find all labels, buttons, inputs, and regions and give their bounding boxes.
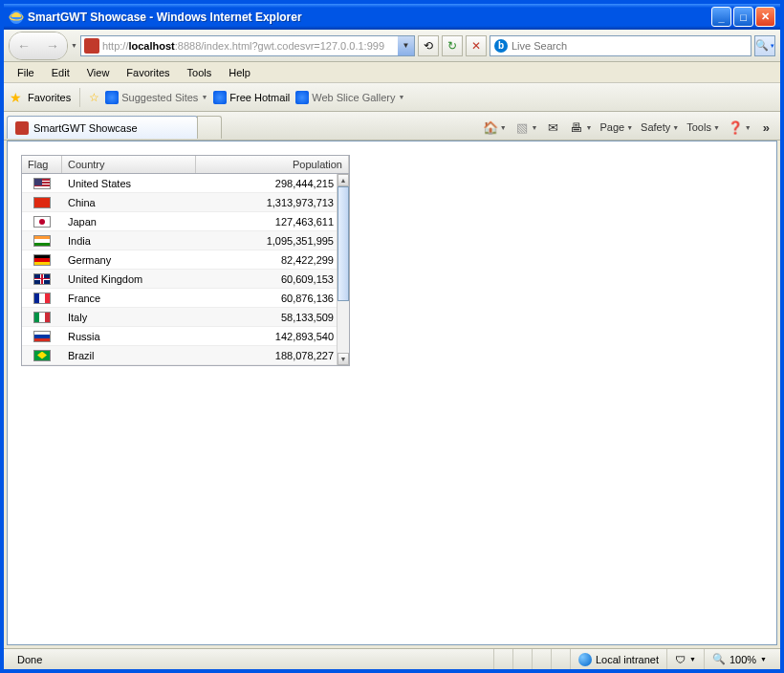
tab-bar: SmartGWT Showcase 🏠▼ ▧▼ ✉ 🖶▼ Page ▼ Safe… [4, 112, 780, 141]
nav-toolbar: ← → ▼ http://localhost:8888/index.html?g… [4, 30, 780, 62]
close-button[interactable]: ✕ [755, 7, 775, 27]
scroll-down-button[interactable]: ▼ [338, 353, 349, 365]
menu-favorites[interactable]: Favorites [119, 65, 177, 80]
menubar: File Edit View Favorites Tools Help [4, 62, 780, 83]
command-bar: 🏠▼ ▧▼ ✉ 🖶▼ Page ▼ Safety ▼ Tools ▼ ❓▼ » [483, 119, 777, 135]
cell-flag [22, 273, 62, 285]
menu-edit[interactable]: Edit [44, 65, 77, 80]
scroll-thumb[interactable] [338, 186, 349, 301]
web-slice-gallery-link[interactable]: Web Slice Gallery ▼ [295, 91, 404, 104]
favorites-star-icon[interactable]: ★ [10, 90, 22, 105]
cell-flag [22, 235, 62, 247]
table-row[interactable]: India1,095,351,995 [22, 231, 349, 250]
scroll-up-button[interactable]: ▲ [338, 174, 349, 186]
cell-country: China [62, 197, 196, 208]
minimize-button[interactable]: _ [711, 7, 731, 27]
cell-population: 298,444,215 [196, 178, 349, 189]
cell-country: India [62, 235, 196, 247]
zoom-level[interactable]: 🔍100% ▼ [704, 649, 774, 669]
titlebar: SmartGWT Showcase - Windows Internet Exp… [4, 4, 780, 30]
search-box[interactable]: b [490, 35, 751, 56]
flag-icon [33, 197, 51, 208]
column-header-population[interactable]: Population [196, 156, 349, 173]
flag-icon [33, 312, 51, 323]
print-button[interactable]: 🖶▼ [569, 119, 593, 135]
table-row[interactable]: China1,313,973,713 [22, 193, 349, 212]
page-menu[interactable]: Page ▼ [599, 121, 633, 133]
table-row[interactable]: Russia142,893,540 [22, 327, 349, 346]
forward-button[interactable]: → [38, 33, 67, 59]
table-row[interactable]: United Kingdom60,609,153 [22, 270, 349, 289]
search-input[interactable] [512, 40, 747, 52]
menu-view[interactable]: View [79, 65, 118, 80]
overflow-chevron[interactable]: » [763, 120, 770, 135]
cell-population: 127,463,611 [196, 216, 349, 228]
cell-population: 142,893,540 [196, 331, 349, 342]
suggested-sites-link[interactable]: Suggested Sites ▼ [105, 91, 207, 104]
flag-icon [33, 235, 51, 247]
menu-help[interactable]: Help [221, 65, 258, 80]
security-zone[interactable]: Local intranet [570, 649, 666, 669]
table-row[interactable]: Italy58,133,509 [22, 308, 349, 327]
scroll-track[interactable] [338, 301, 349, 353]
feeds-button[interactable]: ▧▼ [514, 119, 538, 135]
cell-country: United States [62, 178, 196, 189]
table-row[interactable]: Germany82,422,299 [22, 250, 349, 270]
add-favorite-icon[interactable]: ☆ [89, 91, 99, 104]
cell-flag [22, 254, 62, 266]
stop-button[interactable]: ✕ [466, 35, 487, 56]
cell-population: 1,313,973,713 [196, 197, 349, 208]
maximize-button[interactable]: □ [733, 7, 753, 27]
cell-country: United Kingdom [62, 273, 196, 285]
search-go-button[interactable]: 🔍▾ [754, 35, 775, 56]
table-row[interactable]: United States298,444,215 [22, 174, 349, 193]
refresh-button[interactable]: ↻ [442, 35, 463, 56]
data-grid: Flag Country Population United States298… [21, 155, 350, 366]
tab-active[interactable]: SmartGWT Showcase [7, 116, 198, 139]
favorites-bar: ★ Favorites ☆ Suggested Sites ▼ Free Hot… [4, 83, 780, 112]
cell-flag [22, 331, 62, 342]
cell-population: 1,095,351,995 [196, 235, 349, 247]
cell-country: France [62, 293, 196, 304]
address-bar[interactable]: http://localhost:8888/index.html?gwt.cod… [80, 35, 415, 56]
ie-icon [295, 91, 309, 104]
ie-icon [105, 91, 119, 104]
status-bar: Done Local intranet 🛡▼ 🔍100% ▼ [4, 648, 780, 669]
read-mail-button[interactable]: ✉ [546, 119, 561, 135]
tab-title: SmartGWT Showcase [33, 122, 138, 134]
cell-population: 60,609,153 [196, 273, 349, 285]
protected-mode[interactable]: 🛡▼ [666, 649, 704, 669]
zoom-icon: 🔍 [712, 653, 726, 665]
tools-menu[interactable]: Tools ▼ [686, 121, 720, 133]
favorites-label[interactable]: Favorites [28, 92, 71, 103]
free-hotmail-link[interactable]: Free Hotmail [213, 91, 290, 104]
address-dropdown[interactable]: ▼ [398, 36, 414, 55]
cell-flag [22, 197, 62, 208]
flag-icon [33, 331, 51, 342]
grid-scrollbar[interactable]: ▲ ▼ [337, 174, 349, 365]
safety-menu[interactable]: Safety ▼ [641, 121, 679, 133]
cell-flag [22, 350, 62, 361]
globe-icon [578, 653, 592, 666]
shield-icon: 🛡 [675, 654, 686, 665]
home-button[interactable]: 🏠▼ [483, 119, 507, 135]
window-title: SmartGWT Showcase - Windows Internet Exp… [28, 11, 709, 24]
table-row[interactable]: Brazil188,078,227 [22, 346, 349, 365]
status-text: Done [10, 649, 493, 669]
menu-tools[interactable]: Tools [180, 65, 220, 80]
table-row[interactable]: France60,876,136 [22, 289, 349, 308]
grid-header: Flag Country Population [22, 156, 349, 174]
column-header-country[interactable]: Country [62, 156, 196, 173]
help-button[interactable]: ❓▼ [728, 119, 751, 135]
site-icon [84, 38, 99, 54]
address-text: http://localhost:8888/index.html?gwt.cod… [102, 40, 398, 52]
compat-view-button[interactable]: ⟲ [418, 35, 439, 56]
column-header-flag[interactable]: Flag [22, 156, 62, 173]
new-tab-button[interactable] [197, 116, 222, 139]
back-button[interactable]: ← [10, 33, 38, 59]
nav-history-dropdown[interactable]: ▼ [71, 42, 77, 49]
cell-population: 82,422,299 [196, 254, 349, 266]
menu-file[interactable]: File [10, 65, 42, 80]
table-row[interactable]: Japan127,463,611 [22, 212, 349, 231]
browser-window: SmartGWT Showcase - Windows Internet Exp… [3, 3, 781, 670]
